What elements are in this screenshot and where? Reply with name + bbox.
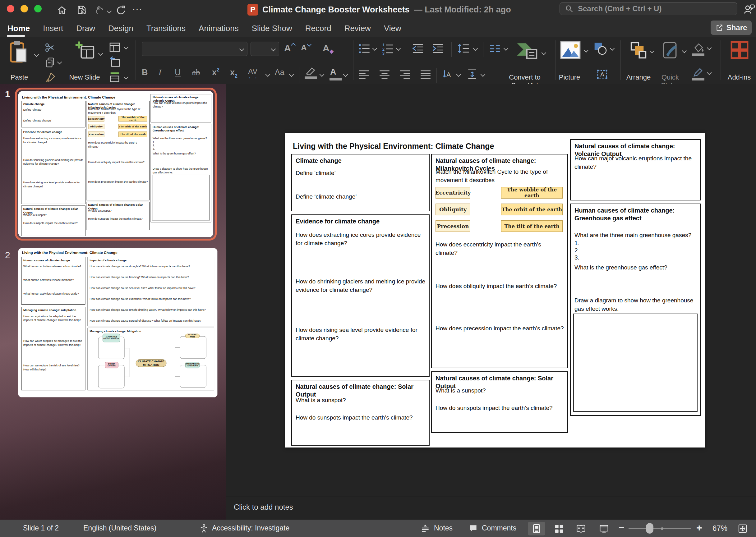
slide-layout-button[interactable] xyxy=(108,41,121,54)
align-left-button[interactable] xyxy=(358,68,370,80)
zoom-level-label[interactable]: 67% xyxy=(712,524,728,533)
comments-label[interactable]: Comments xyxy=(482,524,516,532)
comments-icon[interactable] xyxy=(468,524,478,534)
picture-button[interactable] xyxy=(560,41,581,59)
zoom-slider-thumb[interactable] xyxy=(646,523,653,534)
slideshow-view-icon[interactable] xyxy=(599,524,609,534)
align-text-chevron-icon[interactable] xyxy=(481,72,485,77)
tab-insert[interactable]: Insert xyxy=(42,22,64,34)
shape-outline-button[interactable] xyxy=(692,67,704,77)
fullscreen-window-button[interactable] xyxy=(34,5,42,13)
align-right-button[interactable] xyxy=(399,68,411,80)
tab-view[interactable]: View xyxy=(383,22,402,34)
worksheet-box-volcanic[interactable]: Natural causes of climate change: Volcan… xyxy=(151,94,211,122)
home-icon[interactable] xyxy=(57,5,67,16)
smartart-chevron-icon[interactable] xyxy=(541,50,546,55)
match-chip-obliquity[interactable]: Obliquity xyxy=(436,204,470,215)
subscript-button[interactable]: x2 xyxy=(230,68,237,77)
section-menu-chevron-icon[interactable] xyxy=(124,75,129,80)
text-direction-chevron-icon[interactable] xyxy=(456,72,461,77)
grow-font-button[interactable]: A xyxy=(284,43,295,54)
fit-slide-to-window-icon[interactable] xyxy=(737,523,748,534)
tab-record[interactable]: Record xyxy=(305,22,332,34)
language-label[interactable]: English (United States) xyxy=(83,524,156,532)
format-painter-button[interactable] xyxy=(44,71,56,83)
decrease-indent-button[interactable] xyxy=(411,42,425,55)
match-chip-wobble[interactable]: The wobble of the earth xyxy=(501,187,563,199)
line-spacing-button[interactable] xyxy=(457,42,471,55)
worksheet-box-evidence[interactable]: Evidence for climate change How does ext… xyxy=(291,214,430,377)
worksheet-box-solar-left[interactable]: Natural causes of climate change: Solar … xyxy=(291,380,430,446)
quick-styles-chevron-icon[interactable] xyxy=(682,49,687,54)
justify-button[interactable] xyxy=(420,68,432,80)
strikethrough-button[interactable]: ab xyxy=(192,68,200,77)
tab-animations[interactable]: Animations xyxy=(198,22,239,34)
worksheet-box-solar-left[interactable]: Natural causes of climate change: Solar … xyxy=(21,205,85,236)
font-name-select[interactable] xyxy=(142,42,247,56)
worksheet-box-solar-mid[interactable]: Natural causes of climate change: Solar … xyxy=(431,371,568,433)
slide-thumbnail-2[interactable]: Living with the Physical Environment: Cl… xyxy=(18,248,218,397)
minimize-window-button[interactable] xyxy=(21,5,28,13)
redo-icon[interactable] xyxy=(116,5,126,16)
worksheet-box-evidence[interactable]: Evidence for climate change How does ext… xyxy=(21,129,85,204)
normal-view-button[interactable] xyxy=(528,522,545,535)
slide-title[interactable]: Living with the Physical Environment: Cl… xyxy=(293,142,494,151)
match-chip-eccentricity[interactable]: Eccentricity xyxy=(88,116,105,121)
tab-transitions[interactable]: Transitions xyxy=(146,22,186,34)
bold-button[interactable]: B xyxy=(142,68,148,77)
save-icon[interactable] xyxy=(76,4,86,15)
match-chip-orbit[interactable]: The orbit of the earth xyxy=(118,124,147,129)
shapes-button[interactable] xyxy=(593,42,608,55)
match-chip-obliquity[interactable]: Obliquity xyxy=(88,124,105,129)
shape-outline-chevron-icon[interactable] xyxy=(707,70,712,75)
superscript-button[interactable]: x2 xyxy=(212,68,220,77)
shape-fill-chevron-icon[interactable] xyxy=(707,45,712,50)
match-chip-tilt[interactable]: The tilt of the earth xyxy=(118,132,147,137)
match-chip-precession[interactable]: Precession xyxy=(88,132,105,137)
worksheet-box-climate[interactable]: Climate change Define ‘climate’ Define ‘… xyxy=(21,101,85,127)
share-button[interactable]: Share xyxy=(711,21,752,35)
new-slide-menu-chevron-icon[interactable] xyxy=(98,51,103,56)
notes-panel[interactable]: Click to add notes xyxy=(226,497,756,519)
worksheet-box-greenhouse[interactable]: Human causes of climate change: Greenhou… xyxy=(151,124,211,222)
font-color-chevron-icon[interactable] xyxy=(343,72,348,77)
slide-title[interactable]: Living with the Physical Environment: Cl… xyxy=(22,95,115,99)
cut-button[interactable] xyxy=(44,42,56,54)
account-presence-icon[interactable] xyxy=(743,3,753,14)
underline-button[interactable]: U xyxy=(175,68,181,77)
more-commands-button[interactable]: … xyxy=(132,1,143,11)
change-case-chevron-icon[interactable] xyxy=(289,72,294,77)
align-text-button[interactable] xyxy=(466,68,478,80)
undo-menu-chevron-icon[interactable] xyxy=(107,9,112,14)
quick-styles-button[interactable] xyxy=(661,41,679,60)
tab-design[interactable]: Design xyxy=(107,22,134,34)
undo-icon[interactable] xyxy=(94,5,105,16)
slide-canvas[interactable]: Living with the Physical Environment: Cl… xyxy=(285,133,705,447)
worksheet-box-solar-mid[interactable]: Natural causes of climate change: Solar … xyxy=(86,202,149,230)
match-chip-eccentricity[interactable]: Eccentricity xyxy=(436,187,470,199)
zoom-out-button[interactable]: − xyxy=(619,522,624,534)
match-chip-wobble[interactable]: The wobble of the earth xyxy=(118,116,147,121)
text-box-button[interactable]: A xyxy=(596,68,609,81)
shape-fill-button[interactable] xyxy=(692,42,704,53)
section-button[interactable] xyxy=(108,71,121,83)
close-window-button[interactable] xyxy=(7,5,14,13)
notes-toggle-icon[interactable] xyxy=(420,524,430,534)
copy-menu-chevron-icon[interactable] xyxy=(57,60,62,64)
shapes-chevron-icon[interactable] xyxy=(610,46,615,51)
character-spacing-button[interactable]: AV←→ xyxy=(248,67,257,78)
arrange-button[interactable] xyxy=(630,41,647,60)
align-center-button[interactable] xyxy=(379,68,391,80)
worksheet-box-volcanic[interactable]: Natural causes of climate change: Volcan… xyxy=(570,139,701,200)
copy-button[interactable] xyxy=(44,57,56,68)
highlight-color-button[interactable] xyxy=(305,66,317,76)
tab-review[interactable]: Review xyxy=(344,22,371,34)
slide-sorter-view-icon[interactable] xyxy=(554,524,564,534)
worksheet-box-milankovitch[interactable]: Natural causes of climate change: Milank… xyxy=(86,101,149,200)
zoom-slider-track[interactable] xyxy=(629,528,691,529)
reading-view-icon[interactable] xyxy=(576,524,586,534)
new-slide-button[interactable] xyxy=(75,40,95,61)
numbering-chevron-icon[interactable] xyxy=(396,46,401,51)
match-chip-precession[interactable]: Precession xyxy=(436,220,470,232)
zoom-in-button[interactable]: + xyxy=(696,522,702,534)
